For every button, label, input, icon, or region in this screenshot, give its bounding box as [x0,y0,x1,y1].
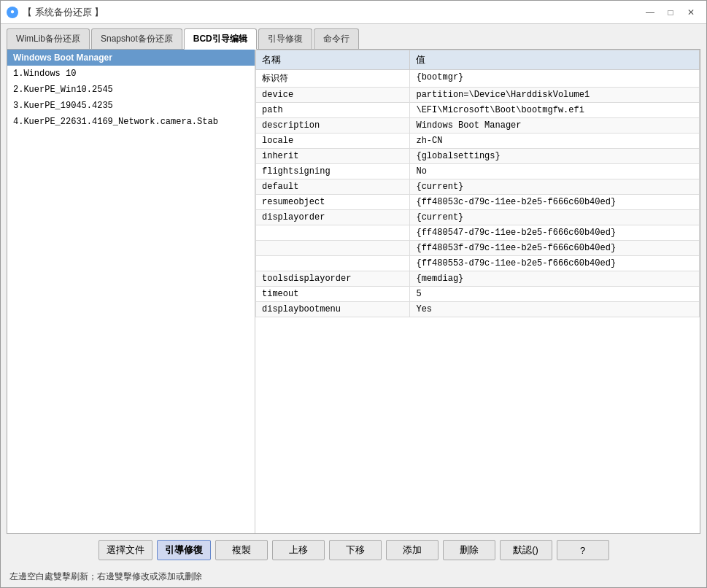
right-pane: 名稱 值 标识符{bootmgr}devicepartition=\Device… [255,50,700,533]
help-button[interactable]: ? [557,540,609,560]
bcd-row-value: No [410,164,700,179]
move-down-button[interactable]: 下移 [329,540,382,560]
bcd-row-value: 5 [410,287,700,302]
select-file-button[interactable]: 選擇文件 [98,540,152,560]
bcd-row-name [256,241,410,256]
bcd-row-value: \EFI\Microsoft\Boot\bootmgfw.efi [410,103,700,118]
list-item[interactable]: 4.KuerPE_22631.4169_Network.camera.Stab [7,114,255,130]
bcd-row-name: displaybootmenu [256,302,410,317]
bcd-row-value: {bootmgr} [410,70,700,88]
tab-snapshot[interactable]: Snapshot备份还原 [91,28,182,49]
status-bar: 左邊空白處雙擊刷新；右邊雙擊修改或添加或删除 [1,566,706,587]
bcd-row-name: locale [256,134,410,149]
add-button[interactable]: 添加 [386,540,439,560]
tab-wimlib[interactable]: WimLib备份还原 [7,28,90,49]
main-window: ● 【 系统备份还原 】 — □ ✕ WimLib备份还原 Snapshot备份… [0,0,707,588]
maximize-button[interactable]: □ [661,5,680,20]
minimize-button[interactable]: — [641,5,660,20]
list-item[interactable]: 3.KuerPE_19045.4235 [7,98,255,114]
bcd-row-name: device [256,88,410,103]
tab-bar: WimLib备份还原 Snapshot备份还原 BCD引导编辑 引导修復 命令行 [1,24,706,49]
boot-repair-button[interactable]: 引導修復 [157,540,211,560]
bcd-row-value: {ff480553-d79c-11ee-b2e5-f666c60b40ed} [410,256,700,271]
close-button[interactable]: ✕ [681,5,700,20]
content-area: Windows Boot Manager 1.Windows 10 2.Kuer… [7,49,700,534]
left-pane: Windows Boot Manager 1.Windows 10 2.Kuer… [7,50,255,533]
delete-button[interactable]: 删除 [443,540,495,560]
bcd-row-value: Windows Boot Manager [410,118,700,134]
table-row[interactable]: timeout5 [256,287,700,302]
bcd-row-value: zh-CN [410,134,700,149]
table-row[interactable]: {ff48053f-d79c-11ee-b2e5-f666c60b40ed} [256,241,700,256]
table-row[interactable]: displaybootmenuYes [256,302,700,317]
bcd-row-name: toolsdisplayorder [256,271,410,287]
bcd-row-value: Yes [410,302,700,317]
col-header-name: 名稱 [256,50,410,70]
tab-bcd[interactable]: BCD引导编辑 [184,28,257,50]
table-row[interactable]: 标识符{bootmgr} [256,70,700,88]
split-pane: Windows Boot Manager 1.Windows 10 2.Kuer… [7,50,700,533]
bcd-row-name [256,256,410,271]
title-controls: — □ ✕ [641,5,700,20]
table-row[interactable]: path\EFI\Microsoft\Boot\bootmgfw.efi [256,103,700,118]
bcd-row-name: resumeobject [256,195,410,210]
bcd-row-value: {ff48053c-d79c-11ee-b2e5-f666c60b40ed} [410,195,700,210]
bcd-table: 名稱 值 标识符{bootmgr}devicepartition=\Device… [255,50,700,317]
title-bar: ● 【 系统备份还原 】 — □ ✕ [1,1,706,24]
bcd-row-value: {ff48053f-d79c-11ee-b2e5-f666c60b40ed} [410,241,700,256]
bcd-row-value: partition=\Device\HarddiskVolume1 [410,88,700,103]
bcd-row-value: {current} [410,210,700,225]
table-row[interactable]: descriptionWindows Boot Manager [256,118,700,134]
status-text: 左邊空白處雙擊刷新；右邊雙擊修改或添加或删除 [9,571,202,581]
bcd-row-name: inherit [256,149,410,164]
tab-bootrepair[interactable]: 引导修復 [258,28,312,49]
button-bar: 選擇文件 引導修復 複製 上移 下移 添加 删除 默認() ? [1,534,706,566]
table-row[interactable]: localezh-CN [256,134,700,149]
bcd-row-name: default [256,179,410,195]
copy-button[interactable]: 複製 [215,540,268,560]
bcd-row-name: timeout [256,287,410,302]
app-icon: ● [7,7,18,18]
col-header-value: 值 [410,50,700,70]
default-button[interactable]: 默認() [500,540,552,560]
bcd-row-name: flightsigning [256,164,410,179]
table-row[interactable]: {ff480547-d79c-11ee-b2e5-f666c60b40ed} [256,225,700,241]
left-panel-header[interactable]: Windows Boot Manager [7,50,255,66]
bcd-row-name: 标识符 [256,70,410,88]
list-item[interactable]: 1.Windows 10 [7,66,255,82]
title-bar-left: ● 【 系统备份还原 】 [7,6,104,19]
move-up-button[interactable]: 上移 [272,540,325,560]
table-row[interactable]: devicepartition=\Device\HarddiskVolume1 [256,88,700,103]
bcd-row-name: displayorder [256,210,410,225]
bcd-row-value: {ff480547-d79c-11ee-b2e5-f666c60b40ed} [410,225,700,241]
tab-cmdline[interactable]: 命令行 [314,28,359,49]
window-title: 【 系统备份还原 】 [23,6,104,19]
list-item[interactable]: 2.KuerPE_Win10.2545 [7,82,255,98]
table-row[interactable]: flightsigningNo [256,164,700,179]
bcd-row-name [256,225,410,241]
table-row[interactable]: displayorder{current} [256,210,700,225]
bcd-row-value: {memdiag} [410,271,700,287]
table-row[interactable]: {ff480553-d79c-11ee-b2e5-f666c60b40ed} [256,256,700,271]
table-row[interactable]: default{current} [256,179,700,195]
bcd-row-value: {current} [410,179,700,195]
table-row[interactable]: inherit{globalsettings} [256,149,700,164]
bcd-row-value: {globalsettings} [410,149,700,164]
table-row[interactable]: resumeobject{ff48053c-d79c-11ee-b2e5-f66… [256,195,700,210]
bcd-row-name: description [256,118,410,134]
table-row[interactable]: toolsdisplayorder{memdiag} [256,271,700,287]
bcd-row-name: path [256,103,410,118]
